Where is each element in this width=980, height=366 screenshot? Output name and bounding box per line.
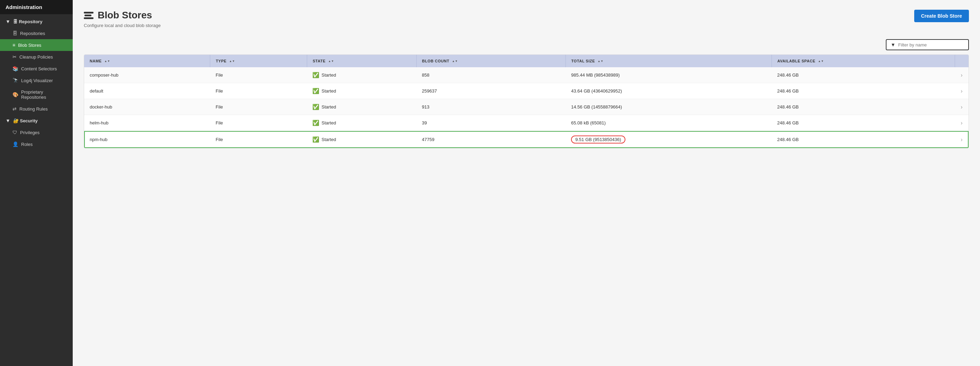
sidebar-item-label: Privileges (20, 130, 40, 135)
table-row[interactable]: docker-hub File ✅ Started 913 14.56 GB (… (84, 99, 969, 115)
row-chevron-icon: › (961, 120, 963, 126)
started-icon: ✅ (312, 88, 319, 94)
sidebar-item-log4j-visualizer[interactable]: 🔭 Log4j Visualizer (0, 75, 73, 86)
started-icon: ✅ (312, 104, 319, 110)
cell-total-size: 65.08 kB (65081) (565, 115, 772, 131)
col-state[interactable]: STATE ▲▼ (307, 55, 416, 67)
sort-icon: ▲▼ (229, 60, 235, 63)
cell-name: npm-hub (84, 131, 210, 148)
state-label: Started (321, 104, 336, 110)
row-chevron-icon: › (961, 137, 963, 142)
sidebar-item-label: 🗄 Repository (13, 19, 43, 24)
cell-type: File (210, 115, 307, 131)
table-body: composer-hub File ✅ Started 858 985.44 M… (84, 67, 969, 148)
sort-icon: ▲▼ (598, 60, 604, 63)
sidebar-item-label: Routing Rules (19, 106, 48, 112)
cell-state: ✅ Started (307, 83, 416, 99)
sidebar-item-repository[interactable]: ▼ 🗄 Repository (0, 16, 73, 27)
size-value: 65.08 kB (65081) (571, 120, 606, 125)
page-title-area: Blob Stores Configure local and cloud bl… (84, 10, 161, 28)
col-total-size[interactable]: TOTAL SIZE ▲▼ (565, 55, 772, 67)
cell-name: composer-hub (84, 67, 210, 83)
sidebar-header: Administration (0, 0, 73, 14)
sidebar-item-label: Roles (21, 142, 33, 147)
cell-name: docker-hub (84, 99, 210, 115)
size-value: 14.56 GB (14558879664) (571, 104, 622, 110)
content-area: Blob Stores Configure local and cloud bl… (73, 0, 980, 366)
filter-icon: ▼ (891, 42, 896, 48)
circled-size-value: 9.51 GB (9513850436) (571, 136, 625, 144)
cell-name: default (84, 83, 210, 99)
sidebar-item-privileges[interactable]: 🛡 Privileges (0, 126, 73, 138)
cell-chevron[interactable]: › (955, 99, 969, 115)
cell-chevron[interactable]: › (955, 115, 969, 131)
cell-available-space: 248.46 GB (772, 115, 955, 131)
cell-chevron[interactable]: › (955, 67, 969, 83)
cell-available-space: 248.46 GB (772, 99, 955, 115)
chevron-down-icon: ▼ (6, 118, 10, 123)
chevron-down-icon: ▼ (6, 19, 10, 24)
state-label: Started (321, 72, 336, 78)
col-type[interactable]: TYPE ▲▼ (210, 55, 307, 67)
size-value: 985.44 MB (985438989) (571, 72, 619, 78)
cell-blob-count: 259637 (416, 83, 565, 99)
sidebar-item-label: Log4j Visualizer (21, 78, 53, 83)
col-blob-count[interactable]: BLOB COUNT ▲▼ (416, 55, 565, 67)
table-wrap: NAME ▲▼ TYPE ▲▼ STATE ▲▼ BLOB COUNT (84, 54, 969, 148)
sidebar-item-proprietary-repos[interactable]: 🎨 Proprietary Repositories (0, 86, 73, 103)
binoculars-icon: 🔭 (13, 78, 18, 83)
col-actions (955, 55, 969, 67)
sidebar-item-roles[interactable]: 👤 Roles (0, 138, 73, 150)
cell-state: ✅ Started (307, 99, 416, 115)
sort-icon: ▲▼ (104, 60, 110, 63)
cell-available-space: 248.46 GB (772, 83, 955, 99)
sidebar-item-cleanup-policies[interactable]: ✂ Cleanup Policies (0, 51, 73, 63)
started-icon: ✅ (312, 136, 319, 143)
sidebar-item-label: Content Selectors (21, 66, 57, 71)
sidebar-item-content-selectors[interactable]: 📚 Content Selectors (0, 63, 73, 75)
row-chevron-icon: › (961, 72, 963, 78)
cell-total-size: 14.56 GB (14558879664) (565, 99, 772, 115)
row-chevron-icon: › (961, 104, 963, 110)
sidebar-item-security[interactable]: ▼ 🔐 Security (0, 115, 73, 126)
sort-icon: ▲▼ (452, 60, 458, 63)
cell-total-size: 43.64 GB (43640629952) (565, 83, 772, 99)
sidebar-item-blob-stores[interactable]: ≡ Blob Stores (0, 39, 73, 51)
col-name[interactable]: NAME ▲▼ (84, 55, 210, 67)
cell-total-size: 985.44 MB (985438989) (565, 67, 772, 83)
cell-type: File (210, 99, 307, 115)
scissors-icon: ✂ (13, 54, 17, 60)
sidebar-item-label: Cleanup Policies (19, 54, 53, 60)
table-row[interactable]: default File ✅ Started 259637 43.64 GB (… (84, 83, 969, 99)
cell-blob-count: 913 (416, 99, 565, 115)
cell-blob-count: 858 (416, 67, 565, 83)
table-header: NAME ▲▼ TYPE ▲▼ STATE ▲▼ BLOB COUNT (84, 55, 969, 67)
state-label: Started (321, 88, 336, 94)
sidebar-item-repositories[interactable]: 🗄 Repositories (0, 27, 73, 39)
cell-type: File (210, 83, 307, 99)
route-icon: ⇄ (13, 106, 17, 112)
table-row[interactable]: helm-hub File ✅ Started 39 65.08 kB (650… (84, 115, 969, 131)
database-icon: 🗄 (13, 30, 18, 36)
filter-input[interactable] (898, 42, 964, 48)
cell-state: ✅ Started (307, 115, 416, 131)
size-value: 43.64 GB (43640629952) (571, 88, 622, 94)
sidebar-item-label: Repositories (20, 31, 45, 36)
table-row[interactable]: npm-hub File ✅ Started 47759 9.51 GB (95… (84, 131, 969, 148)
table-row[interactable]: composer-hub File ✅ Started 858 985.44 M… (84, 67, 969, 83)
cell-chevron[interactable]: › (955, 131, 969, 148)
sidebar-item-label: Blob Stores (18, 43, 41, 48)
state-label: Started (321, 120, 336, 125)
sidebar-item-routing-rules[interactable]: ⇄ Routing Rules (0, 103, 73, 115)
cell-state: ✅ Started (307, 131, 416, 148)
col-available-space[interactable]: AVAILABLE SPACE ▲▼ (772, 55, 955, 67)
paint-icon: 🎨 (13, 92, 18, 97)
blob-stores-table: NAME ▲▼ TYPE ▲▼ STATE ▲▼ BLOB COUNT (84, 55, 969, 148)
cell-chevron[interactable]: › (955, 83, 969, 99)
create-blob-store-button[interactable]: Create Blob Store (914, 10, 969, 22)
user-icon: 👤 (13, 141, 18, 147)
sidebar-item-label: Proprietary Repositories (21, 90, 67, 100)
sidebar-section: ▼ 🗄 Repository 🗄 Repositories ≡ Blob Sto… (0, 14, 73, 152)
sidebar-item-label: 🔐 Security (13, 118, 38, 123)
cell-available-space: 248.46 GB (772, 67, 955, 83)
